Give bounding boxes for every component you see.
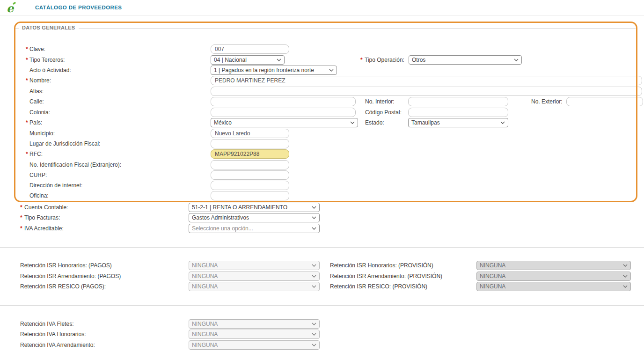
row-colonia: Colonia: Código Postal: [0,108,644,118]
ret-iva-honorarios-label: Retención IVA Honorarios: [20,331,86,338]
tipo-facturas-select[interactable]: Gastos Administrativos [189,213,320,222]
colonia-label: Colonia: [29,109,50,116]
ret-isr-arrendamiento-provision-label: Retención ISR Arrendamiento: (PROVISIÓN) [330,273,442,279]
estado-value: Tamaulipas [411,119,498,126]
chevron-down-icon [312,333,316,336]
lugar-jurisdiccion-input[interactable] [211,139,289,148]
nombre-label: Nombre: [29,77,51,84]
oficina-input[interactable] [211,191,289,200]
ret-iva-arrendamiento-value: NINGUNA [192,342,310,348]
codigo-postal-input[interactable] [408,108,508,117]
ret-isr-honorarios-pagos-select[interactable]: NINGUNA [189,261,320,270]
alias-input[interactable] [211,87,642,96]
acto-actividad-select[interactable]: 1 | Pagados en la región fronteriza nort… [211,66,337,75]
ret-iva-fletes-select[interactable]: NINGUNA [189,319,320,329]
acto-actividad-value: 1 | Pagados en la región fronteriza nort… [214,67,327,73]
cuenta-contable-select[interactable]: 51-2-1 | RENTA O ARRENDAMIENTO [189,203,320,212]
ret-isr-honorarios-pagos-value: NINGUNA [192,262,310,269]
clave-label: Clave: [29,46,45,52]
row-ret-isr-resico: Retención ISR RESICO (PAGOS): NINGUNA Re… [0,282,644,292]
estado-select[interactable]: Tamaulipas [408,118,508,127]
row-municipio: Municipio: [0,129,644,139]
required-marker: * [26,77,28,84]
chevron-down-icon [514,59,519,61]
lugar-jurisdiccion-label: Lugar de Jurisdicción Fiscal: [29,140,100,147]
row-ret-iva-honorarios: Retención IVA Honorarios: NINGUNA [0,330,644,339]
chevron-down-icon [277,59,281,61]
no-id-fiscal-input[interactable] [211,160,289,169]
codigo-postal-label: Código Postal: [365,109,402,116]
row-iva-acreditable: * IVA Acreditable: Seleccione una opción… [0,224,644,234]
tipo-operacion-select[interactable]: Otros [409,55,522,65]
ret-isr-arrendamiento-provision-select[interactable]: NINGUNA [476,272,631,281]
cuenta-contable-label: Cuenta Contable: [24,204,68,211]
row-pais: * País: México Estado: Tamaulipas [0,118,644,128]
pais-select[interactable]: México [211,118,358,127]
ret-isr-resico-provision-label: Retención ISR RESICO: (PROVISIÓN) [330,283,427,290]
row-ret-iva-arrendamiento: Retención IVA Arrendamiento: NINGUNA [0,340,644,350]
ret-isr-arrendamiento-pagos-select[interactable]: NINGUNA [189,272,320,281]
chevron-down-icon [350,121,355,124]
calle-input[interactable] [211,97,356,106]
ret-isr-arrendamiento-provision-value: NINGUNA [480,273,621,279]
ret-iva-arrendamiento-select[interactable]: NINGUNA [189,340,320,350]
ret-isr-resico-pagos-select[interactable]: NINGUNA [189,282,320,291]
chevron-down-icon [312,264,316,267]
row-lugar-jurisdiccion: Lugar de Jurisdicción Fiscal: [0,139,644,149]
required-marker: * [20,204,22,211]
section-divider [0,247,644,248]
ret-isr-arrendamiento-pagos-label: Retención ISR Arrendamiento: (PAGOS) [20,273,121,279]
pais-value: México [214,119,348,126]
required-marker: * [26,46,28,52]
chevron-down-icon [312,206,316,209]
row-ret-isr-arrendamiento: Retención ISR Arrendamiento: (PAGOS) NIN… [0,272,644,281]
alias-label: Alías: [29,88,44,95]
ret-isr-resico-pagos-label: Retención ISR RESICO (PAGOS): [20,283,106,290]
municipio-input[interactable] [211,129,289,138]
row-ret-isr-honorarios: Retención ISR Honorarios: (PAGOS) NINGUN… [0,261,644,271]
tipo-terceros-select[interactable]: 04 | Nacional [211,55,285,65]
tipo-terceros-label: Tipo Terceros: [29,57,65,63]
ret-iva-honorarios-value: NINGUNA [192,331,310,338]
row-clave: * Clave: [0,44,644,54]
oficina-label: Oficina: [29,192,49,199]
required-marker: * [20,225,22,232]
row-calle: Calle: No. Interior: No. Exterior: [0,97,644,107]
row-acto-actividad: Acto ó Actividad: 1 | Pagados en la regi… [0,66,644,75]
rfc-label: RFC: [29,151,43,157]
page-title: CATÁLOGO DE PROVEEDORES [35,5,122,10]
required-marker: * [20,214,22,221]
direccion-internet-input[interactable] [211,181,289,190]
chevron-down-icon [329,69,334,72]
row-rfc: * RFC: [0,149,644,159]
row-tipo-terceros: * Tipo Terceros: 04 | Nacional * Tipo Op… [0,55,644,65]
chevron-down-icon [312,275,316,278]
clave-input[interactable] [211,44,289,54]
row-oficina: Oficina: [0,191,644,201]
iva-acreditable-select[interactable]: Seleccione una opción... [189,224,320,233]
section-divider [0,305,644,306]
ret-isr-resico-provision-value: NINGUNA [480,283,621,290]
no-interior-label: No. Interior: [365,98,395,105]
no-exterior-input[interactable] [566,97,643,106]
tipo-operacion-label: Tipo Operación: [365,57,404,63]
fieldset-border-line [15,28,636,29]
no-exterior-label: No. Exterior: [531,98,563,105]
no-interior-input[interactable] [408,97,508,106]
chevron-down-icon [623,285,628,288]
ret-isr-honorarios-provision-select[interactable]: NINGUNA [476,261,631,270]
rfc-input[interactable] [211,149,289,159]
row-tipo-facturas: * Tipo Facturas: Gastos Administrativos [0,213,644,223]
ret-isr-resico-provision-select[interactable]: NINGUNA [476,282,631,291]
nombre-input[interactable] [211,76,642,85]
ret-iva-fletes-value: NINGUNA [192,321,310,327]
required-marker: * [26,151,28,157]
section-legend: DATOS GENERALES [19,25,79,30]
cuenta-contable-value: 51-2-1 | RENTA O ARRENDAMIENTO [192,204,310,211]
chevron-down-icon [623,264,628,267]
curp-input[interactable] [211,170,289,180]
required-marker: * [26,57,28,63]
colonia-input[interactable] [211,108,356,117]
municipio-label: Municipio: [29,130,55,137]
ret-iva-honorarios-select[interactable]: NINGUNA [189,330,320,339]
